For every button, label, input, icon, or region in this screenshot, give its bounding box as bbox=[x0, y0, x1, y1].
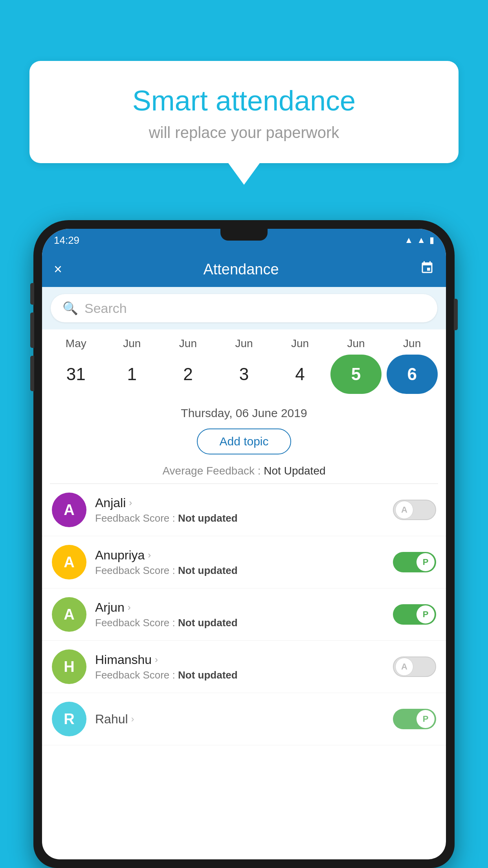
chevron-anupriya: › bbox=[148, 550, 151, 561]
month-4: Jun bbox=[275, 337, 326, 350]
search-input[interactable]: Search bbox=[84, 301, 127, 316]
battery-icon: ▮ bbox=[429, 235, 434, 245]
speech-bubble: Smart attendance will replace your paper… bbox=[29, 61, 459, 163]
status-icons: ▲ ▲ ▮ bbox=[404, 235, 434, 245]
calendar-icon[interactable] bbox=[420, 261, 434, 278]
chevron-himanshu: › bbox=[155, 654, 158, 665]
student-name-anjali[interactable]: Anjali › bbox=[95, 496, 393, 510]
calendar-months: May Jun Jun Jun Jun Jun Jun bbox=[48, 337, 440, 351]
student-feedback-arjun: Feedback Score : Not updated bbox=[95, 617, 393, 629]
cal-date-5[interactable]: 5 bbox=[330, 355, 382, 394]
toggle-arjun[interactable]: P bbox=[393, 604, 436, 625]
month-6: Jun bbox=[387, 337, 438, 350]
student-name-arjun[interactable]: Arjun › bbox=[95, 600, 393, 615]
add-topic-button[interactable]: Add topic bbox=[197, 428, 291, 454]
signal-icon: ▲ bbox=[417, 235, 426, 245]
student-item-arjun: A Arjun › Feedback Score : Not updated P bbox=[42, 588, 446, 641]
student-feedback-anupriya: Feedback Score : Not updated bbox=[95, 565, 393, 577]
student-item-rahul: R Rahul › P bbox=[42, 693, 446, 745]
phone-side-btn-left1 bbox=[30, 283, 34, 305]
student-list: A Anjali › Feedback Score : Not updated … bbox=[42, 484, 446, 745]
student-feedback-anjali: Feedback Score : Not updated bbox=[95, 512, 393, 524]
search-icon: 🔍 bbox=[62, 301, 78, 316]
calendar-dates: 31 1 2 3 4 5 6 bbox=[48, 351, 440, 397]
status-time: 14:29 bbox=[54, 234, 79, 246]
phone-screen: 14:29 ▲ ▲ ▮ × Attendance 🔍 Search bbox=[42, 229, 446, 859]
student-info-rahul: Rahul › bbox=[95, 712, 393, 726]
header-title: Attendance bbox=[203, 261, 279, 278]
phone-side-btn-left2 bbox=[30, 313, 34, 348]
cal-date-6[interactable]: 6 bbox=[387, 355, 438, 394]
calendar-strip: May Jun Jun Jun Jun Jun Jun 31 1 2 3 4 5… bbox=[42, 329, 446, 401]
search-bar[interactable]: 🔍 Search bbox=[51, 294, 437, 322]
speech-bubble-container: Smart attendance will replace your paper… bbox=[29, 61, 459, 185]
cal-date-2[interactable]: 2 bbox=[162, 355, 213, 394]
cal-date-0[interactable]: 31 bbox=[50, 355, 101, 394]
app-header: × Attendance bbox=[42, 252, 446, 287]
phone-frame: 14:29 ▲ ▲ ▮ × Attendance 🔍 Search bbox=[33, 220, 455, 868]
phone-notch bbox=[220, 229, 268, 241]
add-topic-container: Add topic bbox=[42, 425, 446, 462]
toggle-anupriya[interactable]: P bbox=[393, 552, 436, 572]
avatar-rahul: R bbox=[52, 702, 86, 736]
phone-side-btn-right bbox=[454, 299, 458, 330]
avg-feedback: Average Feedback : Not Updated bbox=[42, 462, 446, 484]
student-info-arjun: Arjun › Feedback Score : Not updated bbox=[95, 600, 393, 629]
chevron-rahul: › bbox=[131, 714, 134, 725]
student-name-anupriya[interactable]: Anupriya › bbox=[95, 548, 393, 563]
avatar-anupriya: A bbox=[52, 545, 86, 579]
month-5: Jun bbox=[330, 337, 382, 350]
close-button[interactable]: × bbox=[54, 261, 62, 278]
toggle-himanshu[interactable]: A bbox=[393, 657, 436, 677]
cal-date-4[interactable]: 4 bbox=[275, 355, 326, 394]
student-info-anupriya: Anupriya › Feedback Score : Not updated bbox=[95, 548, 393, 577]
bubble-tail bbox=[228, 163, 260, 185]
student-name-rahul[interactable]: Rahul › bbox=[95, 712, 393, 726]
month-2: Jun bbox=[162, 337, 213, 350]
student-item-himanshu: H Himanshu › Feedback Score : Not update… bbox=[42, 641, 446, 693]
avatar-himanshu: H bbox=[52, 649, 86, 684]
student-info-himanshu: Himanshu › Feedback Score : Not updated bbox=[95, 653, 393, 681]
bubble-subtitle: will replace your paperwork bbox=[61, 124, 427, 142]
toggle-anjali[interactable]: A bbox=[393, 500, 436, 520]
student-item-anupriya: A Anupriya › Feedback Score : Not update… bbox=[42, 536, 446, 588]
student-feedback-himanshu: Feedback Score : Not updated bbox=[95, 669, 393, 681]
toggle-rahul[interactable]: P bbox=[393, 709, 436, 729]
avatar-anjali: A bbox=[52, 493, 86, 527]
avg-feedback-label: Average Feedback : bbox=[162, 465, 264, 477]
student-item-anjali: A Anjali › Feedback Score : Not updated … bbox=[42, 484, 446, 536]
cal-date-1[interactable]: 1 bbox=[106, 355, 158, 394]
chevron-anjali: › bbox=[129, 497, 132, 508]
student-name-himanshu[interactable]: Himanshu › bbox=[95, 653, 393, 667]
student-info-anjali: Anjali › Feedback Score : Not updated bbox=[95, 496, 393, 524]
month-0: May bbox=[50, 337, 101, 350]
cal-date-3[interactable]: 3 bbox=[218, 355, 270, 394]
search-bar-container: 🔍 Search bbox=[42, 287, 446, 329]
bubble-title: Smart attendance bbox=[61, 85, 427, 117]
month-1: Jun bbox=[106, 337, 158, 350]
avg-feedback-value: Not Updated bbox=[264, 465, 325, 477]
month-3: Jun bbox=[218, 337, 270, 350]
chevron-arjun: › bbox=[128, 602, 131, 613]
phone-side-btn-left3 bbox=[30, 356, 34, 391]
avatar-arjun: A bbox=[52, 597, 86, 632]
wifi-icon: ▲ bbox=[404, 235, 413, 245]
selected-date-label: Thursday, 06 June 2019 bbox=[42, 401, 446, 425]
